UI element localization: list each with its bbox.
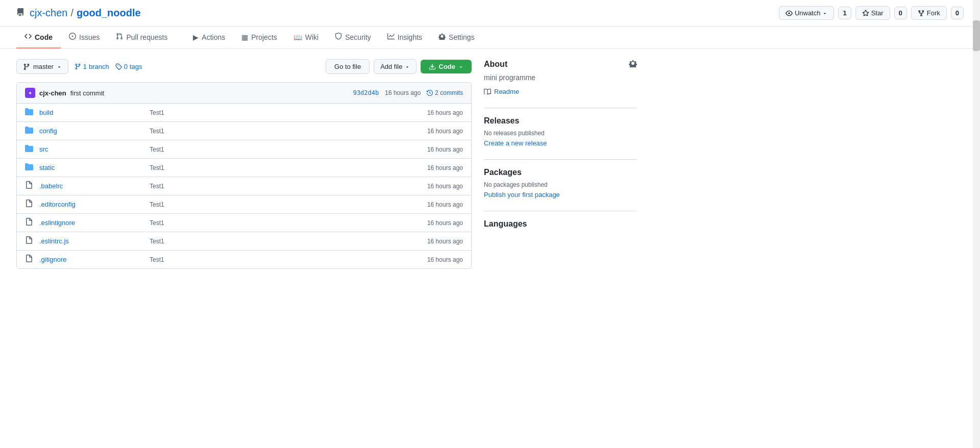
code-button[interactable]: Code bbox=[421, 60, 472, 73]
tab-wiki-label: Wiki bbox=[305, 33, 318, 41]
wiki-tab-icon: 📖 bbox=[293, 33, 302, 41]
file-commit-message: Test1 bbox=[141, 128, 412, 135]
create-release-link[interactable]: Create a new release bbox=[484, 139, 547, 147]
star-label: Star bbox=[871, 9, 884, 17]
packages-empty: No packages published bbox=[484, 181, 637, 188]
tab-issues-label: Issues bbox=[79, 33, 100, 41]
branch-count: 1 bbox=[83, 63, 87, 70]
file-time: 16 hours ago bbox=[412, 164, 463, 171]
fork-count: 0 bbox=[951, 7, 964, 19]
pr-tab-icon bbox=[116, 33, 123, 41]
goto-file-button[interactable]: Go to file bbox=[326, 59, 370, 74]
file-name[interactable]: .babelrc bbox=[39, 182, 141, 190]
file-name[interactable]: .editorconfig bbox=[39, 201, 141, 208]
table-row: .eslintignore Test1 16 hours ago bbox=[17, 214, 471, 232]
insights-tab-icon bbox=[387, 33, 395, 41]
file-name[interactable]: config bbox=[39, 127, 141, 135]
avatar-icon: ✦ bbox=[28, 90, 32, 96]
commit-avatar: ✦ bbox=[25, 88, 35, 98]
branch-selector[interactable]: master bbox=[16, 59, 68, 74]
commit-row: ✦ cjx-chen first commit 93d2d4b 16 hours… bbox=[17, 83, 471, 104]
scrollbar[interactable] bbox=[973, 0, 980, 279]
file-time: 16 hours ago bbox=[412, 128, 463, 135]
tab-code[interactable]: Code bbox=[16, 27, 61, 48]
table-row: build Test1 16 hours ago bbox=[17, 104, 471, 122]
top-actions: Unwatch 1 Star 0 Fork 0 bbox=[779, 6, 964, 20]
readme-link[interactable]: Readme bbox=[484, 88, 637, 95]
file-commit-message: Test1 bbox=[141, 164, 412, 171]
file-commit-message: Test1 bbox=[141, 219, 412, 227]
about-description: mini programme bbox=[484, 73, 637, 82]
table-row: src Test1 16 hours ago bbox=[17, 140, 471, 159]
repo-separator: / bbox=[70, 7, 74, 19]
nav-tabs: Code Issues Pull requests ▶ Actions ▦ Pr… bbox=[0, 27, 980, 49]
tab-issues[interactable]: Issues bbox=[61, 27, 108, 48]
unwatch-button[interactable]: Unwatch bbox=[779, 6, 835, 20]
commit-author[interactable]: cjx-chen bbox=[39, 89, 66, 97]
file-icon bbox=[25, 218, 35, 228]
file-time: 16 hours ago bbox=[412, 201, 463, 208]
tab-actions[interactable]: ▶ Actions bbox=[176, 27, 233, 48]
file-name[interactable]: src bbox=[39, 145, 141, 153]
tab-settings[interactable]: Settings bbox=[430, 27, 483, 48]
commit-right: 93d2d4b 16 hours ago 2 commits bbox=[353, 89, 463, 96]
commit-count[interactable]: 2 commits bbox=[427, 89, 463, 96]
issues-tab-icon bbox=[69, 33, 76, 41]
file-name[interactable]: .eslintrc.js bbox=[39, 237, 141, 245]
repo-icon bbox=[16, 7, 24, 19]
code-tab-icon bbox=[24, 33, 32, 41]
file-commit-message: Test1 bbox=[141, 256, 412, 263]
commit-time: 16 hours ago bbox=[385, 89, 421, 96]
settings-gear-icon[interactable] bbox=[629, 59, 637, 69]
file-name[interactable]: build bbox=[39, 109, 141, 116]
branch-bar: master 1 branch 0 tags Go to file Add fi… bbox=[16, 59, 472, 74]
add-file-label: Add file bbox=[380, 63, 402, 70]
file-time: 16 hours ago bbox=[412, 109, 463, 116]
unwatch-label: Unwatch bbox=[795, 9, 821, 17]
publish-package-link[interactable]: Publish your first package bbox=[484, 191, 560, 198]
tab-code-label: Code bbox=[35, 33, 53, 41]
commit-left: ✦ cjx-chen first commit bbox=[25, 88, 104, 98]
file-icon bbox=[25, 200, 35, 209]
readme-label: Readme bbox=[494, 88, 519, 95]
sidebar: About mini programme Readme Releases No … bbox=[484, 59, 637, 269]
file-name[interactable]: static bbox=[39, 164, 141, 171]
tab-projects[interactable]: ▦ Projects bbox=[233, 27, 285, 48]
tab-settings-label: Settings bbox=[449, 33, 475, 41]
folder-icon bbox=[25, 126, 35, 136]
folder-icon bbox=[25, 144, 35, 154]
about-header: About bbox=[484, 59, 637, 69]
repo-title: cjx-chen / good_noodle bbox=[16, 7, 141, 19]
actions-tab-icon: ▶ bbox=[184, 33, 199, 41]
branch-label: branch bbox=[89, 63, 109, 70]
tab-insights[interactable]: Insights bbox=[379, 27, 430, 48]
scrollbar-thumb[interactable] bbox=[973, 20, 980, 51]
packages-section: Packages No packages published Publish y… bbox=[484, 159, 637, 198]
tab-pull-requests[interactable]: Pull requests bbox=[108, 27, 176, 48]
tab-pr-label: Pull requests bbox=[126, 33, 167, 41]
tags-count-link[interactable]: 0 tags bbox=[115, 63, 142, 70]
file-icon bbox=[25, 181, 35, 191]
star-button[interactable]: Star bbox=[855, 6, 890, 20]
releases-section: Releases No releases published Create a … bbox=[484, 108, 637, 147]
branch-left: master 1 branch 0 tags bbox=[16, 59, 142, 74]
file-commit-message: Test1 bbox=[141, 238, 412, 245]
file-name[interactable]: .eslintignore bbox=[39, 219, 141, 227]
commit-hash[interactable]: 93d2d4b bbox=[353, 89, 379, 96]
fork-label: Fork bbox=[927, 9, 940, 17]
repo-owner[interactable]: cjx-chen bbox=[30, 7, 67, 19]
commit-message: first commit bbox=[70, 89, 104, 97]
file-icon bbox=[25, 236, 35, 246]
tab-security[interactable]: Security bbox=[327, 27, 379, 48]
branch-count-link[interactable]: 1 branch bbox=[75, 63, 109, 70]
repo-name[interactable]: good_noodle bbox=[77, 7, 141, 19]
branch-name: master bbox=[33, 63, 54, 70]
languages-section: Languages bbox=[484, 211, 637, 229]
file-name[interactable]: .gitignore bbox=[39, 256, 141, 263]
fork-button[interactable]: Fork bbox=[911, 6, 947, 20]
add-file-button[interactable]: Add file bbox=[374, 59, 416, 74]
file-commit-message: Test1 bbox=[141, 109, 412, 116]
tab-wiki[interactable]: 📖 Wiki bbox=[285, 27, 327, 48]
table-row: config Test1 16 hours ago bbox=[17, 122, 471, 140]
file-commit-message: Test1 bbox=[141, 201, 412, 208]
